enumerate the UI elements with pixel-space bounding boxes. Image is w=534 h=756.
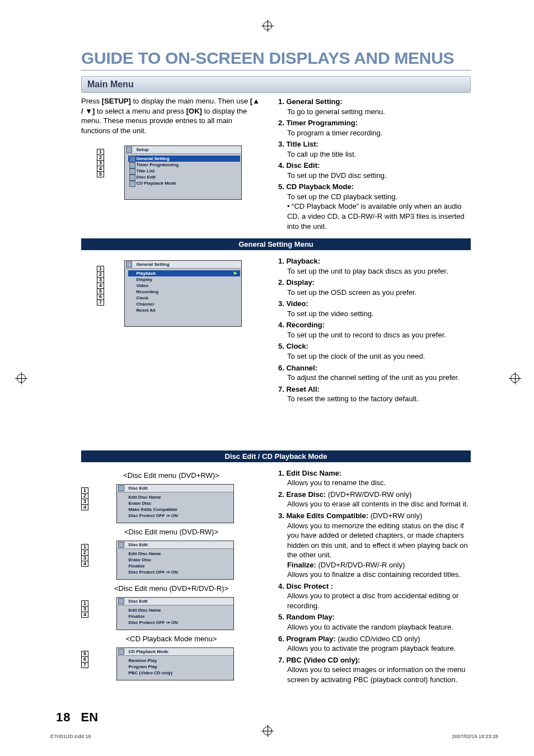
callout-numbers: 1234 <box>81 544 88 566</box>
main-menu-list: 1. General Setting:To go to general sett… <box>278 97 471 231</box>
setup-icon <box>126 147 132 153</box>
cd-icon <box>118 649 124 655</box>
callout-numbers: 134 <box>81 600 88 617</box>
language-code: EN <box>81 710 98 725</box>
divider <box>81 70 471 71</box>
cd-playback-mode-screenshot: CD Playback Mode Random Play Program Pla… <box>116 647 234 680</box>
print-footer: E7H51UD.indd 18 2007/02/19 18:23:28 <box>50 734 498 739</box>
caption-dvd-plus-rw: <Disc Edit menu (DVD+RW)> <box>81 471 261 480</box>
callout-numbers: 12345 <box>97 149 104 177</box>
intro-text: Press [SETUP] to display the main menu. … <box>81 96 261 135</box>
disc-edit-dvd-plus-rw-screenshot: Disc Edit Edit Disc Name Erase Disc Make… <box>116 484 234 523</box>
chevron-right-icon: ▶ <box>234 271 237 275</box>
setup-menu-screenshot: Setup General Setting Timer Programming … <box>124 145 242 200</box>
print-mark-icon <box>17 374 26 383</box>
general-icon <box>126 261 132 267</box>
caption-dvd-rw: <Disc Edit menu (DVD-RW)> <box>81 528 261 536</box>
callout-numbers: 1234567 <box>97 266 104 305</box>
disc-edit-list: 1. Edit Disc Name:Allows you to rename t… <box>278 468 471 684</box>
caption-cd-playback: <CD Playback Mode menu> <box>81 635 261 643</box>
print-mark-icon <box>510 374 519 383</box>
disc-edit-dvd-r-screenshot: Disc Edit Edit Disc Name Finalize Disc P… <box>116 597 234 630</box>
page-title: GUIDE TO ON-SCREEN DISPLAYS AND MENUS <box>81 49 471 68</box>
menu-item-icon <box>129 181 135 187</box>
file-name: E7H51UD.indd 18 <box>50 734 91 739</box>
disc-edit-dvd-rw-screenshot: Disc Edit Edit Disc Name Erase Disc Fina… <box>116 541 234 580</box>
print-mark-icon <box>263 21 272 30</box>
disc-icon <box>118 598 124 604</box>
disc-icon <box>118 542 124 548</box>
caption-dvd-r: <Disc Edit menu (DVD+R/DVD-R)> <box>81 584 261 593</box>
section-heading-main-menu: Main Menu <box>81 76 471 93</box>
section-divider-general: General Setting Menu <box>81 238 471 250</box>
section-divider-disc-edit: Disc Edit / CD Playback Mode <box>81 450 471 462</box>
timestamp: 2007/02/19 18:23:28 <box>452 734 498 739</box>
general-setting-list: 1. Playback:To set up the unit to play b… <box>278 256 471 404</box>
callout-numbers: 567 <box>81 651 88 668</box>
callout-numbers: 1234 <box>81 487 88 510</box>
disc-icon <box>118 485 124 491</box>
general-setting-menu-screenshot: General Setting Playback▶ Display Video … <box>124 260 242 327</box>
page-number: 18 <box>56 710 71 725</box>
